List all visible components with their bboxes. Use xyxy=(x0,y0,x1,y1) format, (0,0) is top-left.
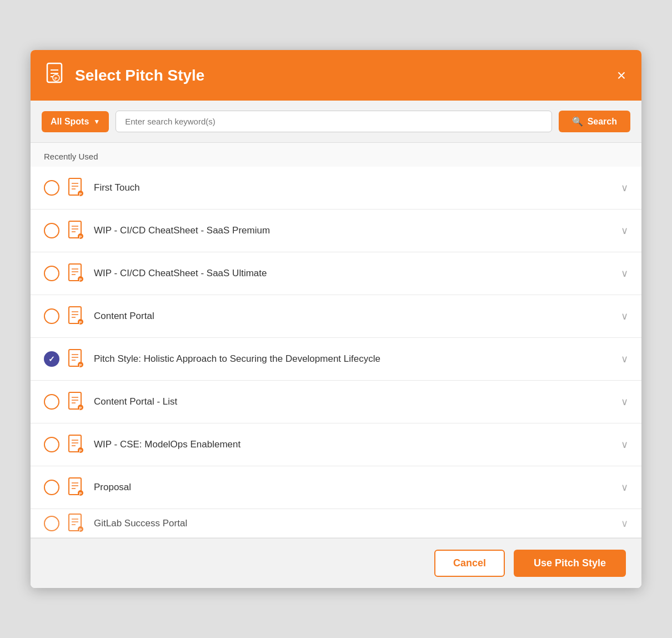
item-label: Content Portal - List xyxy=(94,396,614,407)
list-item[interactable]: P First Touch ∨ xyxy=(31,167,641,210)
item-label: WIP - CSE: ModelOps Enablement xyxy=(94,439,614,450)
expand-icon[interactable]: ∨ xyxy=(621,396,628,408)
search-input[interactable] xyxy=(116,111,551,132)
item-label: GitLab Success Portal xyxy=(94,518,614,529)
search-icon: 🔍 xyxy=(572,116,583,127)
search-button-label: Search xyxy=(588,117,617,127)
radio-button[interactable] xyxy=(44,516,59,531)
item-doc-icon: P xyxy=(68,392,85,412)
radio-button[interactable] xyxy=(44,480,59,495)
list-item[interactable]: P Content Portal - List ∨ xyxy=(31,381,641,423)
modal-title: Select Pitch Style xyxy=(75,67,204,84)
list-item[interactable]: P WIP - CSE: ModelOps Enablement ∨ xyxy=(31,423,641,466)
search-button[interactable]: 🔍 Search xyxy=(559,111,630,132)
expand-icon[interactable]: ∨ xyxy=(621,310,628,322)
expand-icon[interactable]: ∨ xyxy=(621,481,628,494)
spots-label: All Spots xyxy=(51,117,89,127)
svg-text:P: P xyxy=(79,492,82,496)
header-left: P Select Pitch Style xyxy=(46,62,204,88)
radio-button[interactable] xyxy=(44,180,59,196)
svg-text:P: P xyxy=(79,449,82,453)
expand-icon[interactable]: ∨ xyxy=(621,225,628,237)
chevron-down-icon: ▼ xyxy=(93,118,100,126)
svg-text:P: P xyxy=(79,235,82,239)
item-doc-icon: P xyxy=(68,514,85,534)
list-item[interactable]: P WIP - CI/CD CheatSheet - SaaS Ultimate… xyxy=(31,252,641,295)
modal-footer: Cancel Use Pitch Style xyxy=(31,538,641,588)
radio-button[interactable] xyxy=(44,308,59,324)
search-bar: All Spots ▼ 🔍 Search xyxy=(31,101,641,143)
expand-icon[interactable]: ∨ xyxy=(621,353,628,365)
cancel-button[interactable]: Cancel xyxy=(434,550,505,577)
modal-header: P Select Pitch Style × xyxy=(31,50,641,101)
close-button[interactable]: × xyxy=(617,68,626,83)
item-doc-icon: P xyxy=(68,221,85,241)
item-label: Pitch Style: Holistic Approach to Securi… xyxy=(94,353,614,365)
item-doc-icon: P xyxy=(68,477,85,497)
svg-text:P: P xyxy=(79,527,82,531)
radio-button[interactable] xyxy=(44,437,59,452)
list-item[interactable]: P Proposal ∨ xyxy=(31,466,641,509)
item-doc-icon: P xyxy=(68,178,85,198)
use-pitch-style-button[interactable]: Use Pitch Style xyxy=(514,550,626,577)
expand-icon[interactable]: ∨ xyxy=(621,438,628,451)
svg-text:P: P xyxy=(79,321,82,325)
radio-button[interactable] xyxy=(44,223,59,238)
radio-button-selected[interactable] xyxy=(44,351,59,367)
list-item[interactable]: P GitLab Success Portal ∨ xyxy=(31,509,641,538)
svg-text:P: P xyxy=(79,192,82,196)
expand-icon[interactable]: ∨ xyxy=(621,267,628,280)
item-doc-icon: P xyxy=(68,435,85,455)
item-label: First Touch xyxy=(94,182,614,193)
item-doc-icon: P xyxy=(68,306,85,326)
svg-text:P: P xyxy=(79,406,82,410)
item-doc-icon: P xyxy=(68,263,85,283)
item-doc-icon: P xyxy=(68,349,85,369)
item-label: WIP - CI/CD CheatSheet - SaaS Premium xyxy=(94,225,614,236)
radio-button[interactable] xyxy=(44,394,59,410)
item-label: WIP - CI/CD CheatSheet - SaaS Ultimate xyxy=(94,268,614,279)
svg-text:P: P xyxy=(54,76,58,81)
svg-text:P: P xyxy=(79,363,82,367)
spots-dropdown[interactable]: All Spots ▼ xyxy=(42,111,109,132)
list-item[interactable]: P Content Portal ∨ xyxy=(31,295,641,338)
item-label: Proposal xyxy=(94,482,614,493)
list-item[interactable]: P Pitch Style: Holistic Approach to Secu… xyxy=(31,338,641,381)
item-label: Content Portal xyxy=(94,311,614,322)
expand-icon[interactable]: ∨ xyxy=(621,517,628,530)
svg-text:P: P xyxy=(79,278,82,282)
modal-container: P Select Pitch Style × All Spots ▼ 🔍 Sea… xyxy=(31,50,641,588)
pitch-style-list: P First Touch ∨ P WIP - CI/CD CheatSheet… xyxy=(31,167,641,538)
recently-used-label: Recently Used xyxy=(31,143,641,167)
expand-icon[interactable]: ∨ xyxy=(621,182,628,194)
list-item[interactable]: P WIP - CI/CD CheatSheet - SaaS Premium … xyxy=(31,210,641,252)
radio-button[interactable] xyxy=(44,266,59,281)
document-icon: P xyxy=(46,62,66,88)
